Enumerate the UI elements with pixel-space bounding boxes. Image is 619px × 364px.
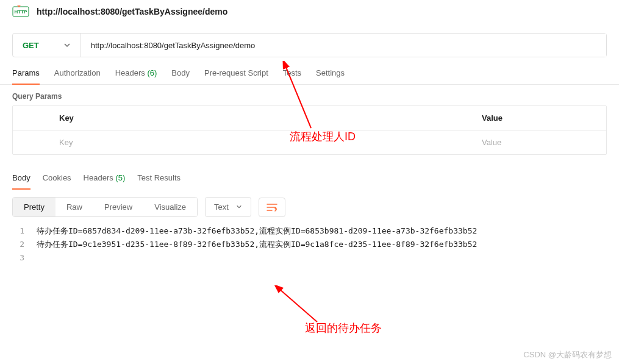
th-value: Value [472,106,606,130]
line-number: 3 [12,251,24,265]
format-label: Text [214,202,229,212]
params-header-row: Key Value [13,106,606,130]
line-content: 待办任务ID=6857d834-d209-11ee-a73b-32f6efb33… [37,224,477,238]
response-tabs: Body Cookies Headers (5) Test Results [0,155,619,190]
tab-headers[interactable]: Headers (6) [115,68,157,84]
response-body: 1 待办任务ID=6857d834-d209-11ee-a73b-32f6efb… [0,224,619,277]
tab-params[interactable]: Params [12,68,40,85]
rtab-cookies[interactable]: Cookies [43,173,71,190]
tab-prerequest[interactable]: Pre-request Script [204,68,268,84]
response-toolbar: Pretty Raw Preview Visualize Text [0,190,619,224]
view-mode-group: Pretty Raw Preview Visualize [12,197,198,217]
annotation-bottom: 返回的待办任务 [305,321,382,335]
http-icon: HTTP [12,5,29,18]
tab-tests[interactable]: Tests [283,68,301,84]
wrap-button[interactable] [259,198,285,217]
chevron-down-icon [63,41,71,49]
rtab-headers[interactable]: Headers (5) [84,173,126,190]
tab-settings[interactable]: Settings [316,68,345,84]
svg-text:HTTP: HTTP [15,9,28,15]
method-label: GET [23,41,39,50]
query-params-label: Query Params [0,85,619,105]
rtab-test-results[interactable]: Test Results [137,173,181,190]
line-content: 待办任务ID=9c1e3951-d235-11ee-8f89-32f6efb33… [37,238,477,251]
params-data-row: Key Value [13,130,606,154]
request-bar: GET [12,33,607,57]
request-tabs: Params Authorization Headers (6) Body Pr… [0,57,619,85]
pretty-button[interactable]: Pretty [13,198,55,216]
wrap-icon [267,203,277,212]
code-line: 1 待办任务ID=6857d834-d209-11ee-a73b-32f6efb… [12,224,607,238]
line-number: 1 [12,224,24,238]
line-number: 2 [12,238,24,251]
td-value[interactable]: Value [472,130,606,154]
header-url: http://localhost:8080/getTaskByAssignee/… [37,7,227,16]
preview-button[interactable]: Preview [93,198,143,216]
watermark: CSDN @大龄码农有梦想 [523,349,612,360]
td-checkbox[interactable] [13,130,49,154]
tab-body[interactable]: Body [171,68,190,84]
td-key[interactable]: Key [49,130,472,154]
chevron-down-icon [236,202,242,212]
visualize-button[interactable]: Visualize [143,198,197,216]
code-line: 3 [12,251,607,265]
annotation-arrow-bottom [274,285,329,325]
tab-authorization[interactable]: Authorization [54,68,101,84]
url-input[interactable] [81,34,606,57]
th-key: Key [49,106,472,130]
method-select[interactable]: GET [13,34,81,57]
svg-line-3 [279,289,317,322]
params-table: Key Value Key Value [12,105,607,155]
th-checkbox [13,106,49,130]
request-header: HTTP http://localhost:8080/getTaskByAssi… [0,0,619,23]
format-select[interactable]: Text [205,197,251,217]
rtab-body[interactable]: Body [12,173,30,190]
raw-button[interactable]: Raw [55,198,93,216]
code-line: 2 待办任务ID=9c1e3951-d235-11ee-8f89-32f6efb… [12,238,607,251]
